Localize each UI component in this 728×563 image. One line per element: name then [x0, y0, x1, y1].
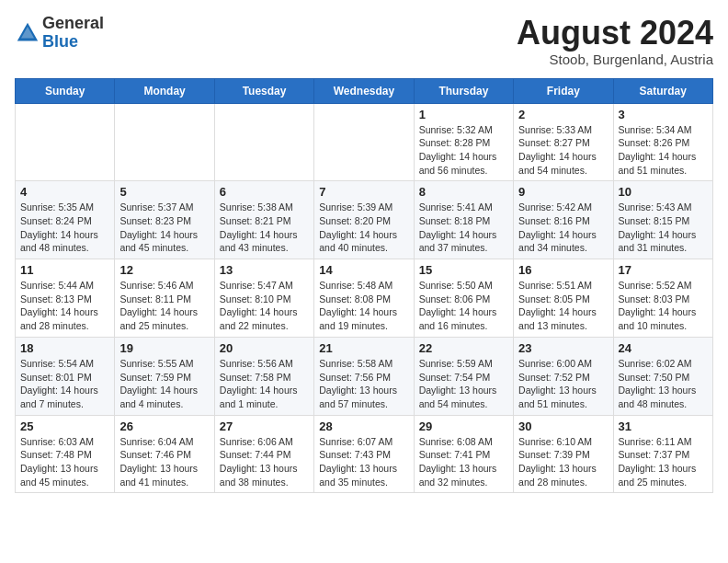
day-number: 2: [518, 108, 608, 121]
day-info: Sunrise: 5:46 AM Sunset: 8:11 PM Dayligh…: [119, 279, 209, 333]
day-info: Sunrise: 5:58 AM Sunset: 7:56 PM Dayligh…: [319, 357, 408, 411]
calendar-cell: 16Sunrise: 5:51 AM Sunset: 8:05 PM Dayli…: [514, 259, 613, 338]
calendar-cell: 8Sunrise: 5:41 AM Sunset: 8:18 PM Daylig…: [414, 181, 513, 259]
day-number: 25: [20, 419, 109, 433]
calendar-cell: 29Sunrise: 6:08 AM Sunset: 7:41 PM Dayli…: [414, 415, 513, 493]
day-info: Sunrise: 6:11 AM Sunset: 7:37 PM Dayligh…: [619, 435, 708, 489]
day-info: Sunrise: 5:34 AM Sunset: 8:26 PM Dayligh…: [619, 123, 708, 178]
calendar-week-4: 18Sunrise: 5:54 AM Sunset: 8:01 PM Dayli…: [16, 337, 713, 415]
calendar-cell: 18Sunrise: 5:54 AM Sunset: 8:01 PM Dayli…: [16, 337, 115, 415]
day-info: Sunrise: 6:06 AM Sunset: 7:44 PM Dayligh…: [220, 435, 309, 489]
calendar-table: SundayMondayTuesdayWednesdayThursdayFrid…: [15, 78, 713, 494]
calendar-cell: 10Sunrise: 5:43 AM Sunset: 8:15 PM Dayli…: [613, 181, 712, 259]
day-number: 4: [20, 185, 109, 199]
weekday-header-thursday: Thursday: [414, 78, 513, 103]
logo-blue: Blue: [42, 32, 78, 51]
calendar-cell: 24Sunrise: 6:02 AM Sunset: 7:50 PM Dayli…: [613, 337, 712, 415]
calendar-cell: 17Sunrise: 5:52 AM Sunset: 8:03 PM Dayli…: [613, 259, 712, 338]
page-header: General Blue August 2024 Stoob, Burgenla…: [15, 15, 713, 67]
weekday-header-friday: Friday: [514, 78, 613, 103]
calendar-week-5: 25Sunrise: 6:03 AM Sunset: 7:48 PM Dayli…: [16, 415, 713, 493]
weekday-header-saturday: Saturday: [613, 78, 712, 103]
day-number: 6: [220, 185, 309, 199]
day-info: Sunrise: 5:37 AM Sunset: 8:23 PM Dayligh…: [119, 201, 209, 255]
day-info: Sunrise: 6:03 AM Sunset: 7:48 PM Dayligh…: [20, 435, 109, 489]
day-number: 30: [518, 419, 608, 433]
day-number: 22: [419, 341, 508, 355]
calendar-cell: 11Sunrise: 5:44 AM Sunset: 8:13 PM Dayli…: [16, 259, 115, 338]
calendar-cell: 14Sunrise: 5:48 AM Sunset: 8:08 PM Dayli…: [314, 259, 414, 338]
day-info: Sunrise: 6:04 AM Sunset: 7:46 PM Dayligh…: [119, 435, 209, 489]
calendar-cell: 15Sunrise: 5:50 AM Sunset: 8:06 PM Dayli…: [414, 259, 513, 338]
calendar-cell: 23Sunrise: 6:00 AM Sunset: 7:52 PM Dayli…: [514, 337, 613, 415]
calendar-body: 1Sunrise: 5:32 AM Sunset: 8:28 PM Daylig…: [16, 103, 713, 493]
day-number: 24: [619, 341, 708, 355]
day-info: Sunrise: 5:56 AM Sunset: 7:58 PM Dayligh…: [220, 357, 309, 411]
day-info: Sunrise: 5:59 AM Sunset: 7:54 PM Dayligh…: [419, 357, 508, 411]
day-info: Sunrise: 6:10 AM Sunset: 7:39 PM Dayligh…: [518, 435, 608, 489]
calendar-cell: 26Sunrise: 6:04 AM Sunset: 7:46 PM Dayli…: [115, 415, 214, 493]
calendar-cell: 2Sunrise: 5:33 AM Sunset: 8:27 PM Daylig…: [514, 103, 613, 181]
day-number: 14: [319, 263, 408, 277]
day-number: 11: [20, 263, 109, 277]
day-info: Sunrise: 5:33 AM Sunset: 8:27 PM Dayligh…: [518, 123, 608, 178]
logo: General Blue: [15, 15, 104, 52]
calendar-cell: 9Sunrise: 5:42 AM Sunset: 8:16 PM Daylig…: [514, 181, 613, 259]
calendar-cell: 1Sunrise: 5:32 AM Sunset: 8:28 PM Daylig…: [414, 103, 513, 181]
calendar-cell: 13Sunrise: 5:47 AM Sunset: 8:10 PM Dayli…: [214, 259, 313, 338]
day-info: Sunrise: 5:35 AM Sunset: 8:24 PM Dayligh…: [20, 201, 109, 255]
day-info: Sunrise: 6:07 AM Sunset: 7:43 PM Dayligh…: [319, 435, 408, 489]
day-number: 21: [319, 341, 408, 355]
calendar-cell: 5Sunrise: 5:37 AM Sunset: 8:23 PM Daylig…: [115, 181, 214, 259]
day-number: 31: [619, 419, 708, 433]
day-number: 17: [619, 263, 708, 277]
weekday-header-tuesday: Tuesday: [214, 78, 313, 103]
day-info: Sunrise: 5:50 AM Sunset: 8:06 PM Dayligh…: [419, 279, 508, 333]
day-info: Sunrise: 5:48 AM Sunset: 8:08 PM Dayligh…: [319, 279, 408, 333]
day-number: 7: [319, 185, 408, 199]
calendar-cell: [214, 103, 313, 181]
day-info: Sunrise: 6:02 AM Sunset: 7:50 PM Dayligh…: [619, 357, 708, 411]
weekday-header-monday: Monday: [115, 78, 214, 103]
day-info: Sunrise: 6:00 AM Sunset: 7:52 PM Dayligh…: [518, 357, 608, 411]
calendar-cell: 4Sunrise: 5:35 AM Sunset: 8:24 PM Daylig…: [16, 181, 115, 259]
day-number: 15: [419, 263, 508, 277]
day-info: Sunrise: 5:54 AM Sunset: 8:01 PM Dayligh…: [20, 357, 109, 411]
day-number: 19: [119, 341, 209, 355]
calendar-cell: [16, 103, 115, 181]
day-number: 9: [518, 185, 608, 199]
day-info: Sunrise: 5:32 AM Sunset: 8:28 PM Dayligh…: [419, 123, 508, 178]
calendar-cell: 3Sunrise: 5:34 AM Sunset: 8:26 PM Daylig…: [613, 103, 712, 181]
day-number: 27: [220, 419, 309, 433]
logo-general: General: [42, 14, 104, 32]
day-info: Sunrise: 5:43 AM Sunset: 8:15 PM Dayligh…: [619, 201, 708, 255]
day-number: 29: [419, 419, 508, 433]
day-number: 18: [20, 341, 109, 355]
calendar-cell: 25Sunrise: 6:03 AM Sunset: 7:48 PM Dayli…: [16, 415, 115, 493]
month-year: August 2024: [517, 15, 713, 52]
day-info: Sunrise: 5:44 AM Sunset: 8:13 PM Dayligh…: [20, 279, 109, 333]
day-number: 26: [119, 419, 209, 433]
day-number: 10: [619, 185, 708, 199]
calendar-cell: 27Sunrise: 6:06 AM Sunset: 7:44 PM Dayli…: [214, 415, 313, 493]
day-number: 16: [518, 263, 608, 277]
day-number: 8: [419, 185, 508, 199]
location: Stoob, Burgenland, Austria: [517, 52, 713, 67]
day-info: Sunrise: 5:47 AM Sunset: 8:10 PM Dayligh…: [220, 279, 309, 333]
day-info: Sunrise: 5:38 AM Sunset: 8:21 PM Dayligh…: [220, 201, 309, 255]
calendar-cell: 30Sunrise: 6:10 AM Sunset: 7:39 PM Dayli…: [514, 415, 613, 493]
calendar-cell: 21Sunrise: 5:58 AM Sunset: 7:56 PM Dayli…: [314, 337, 414, 415]
logo-icon: [15, 20, 40, 46]
day-number: 20: [220, 341, 309, 355]
calendar-cell: [115, 103, 214, 181]
calendar-cell: 19Sunrise: 5:55 AM Sunset: 7:59 PM Dayli…: [115, 337, 214, 415]
day-number: 3: [619, 108, 708, 121]
calendar-cell: 7Sunrise: 5:39 AM Sunset: 8:20 PM Daylig…: [314, 181, 414, 259]
day-number: 13: [220, 263, 309, 277]
calendar-cell: 31Sunrise: 6:11 AM Sunset: 7:37 PM Dayli…: [613, 415, 712, 493]
title-block: August 2024 Stoob, Burgenland, Austria: [517, 15, 713, 67]
day-info: Sunrise: 5:42 AM Sunset: 8:16 PM Dayligh…: [518, 201, 608, 255]
calendar-cell: [314, 103, 414, 181]
day-info: Sunrise: 5:51 AM Sunset: 8:05 PM Dayligh…: [518, 279, 608, 333]
calendar-cell: 12Sunrise: 5:46 AM Sunset: 8:11 PM Dayli…: [115, 259, 214, 338]
